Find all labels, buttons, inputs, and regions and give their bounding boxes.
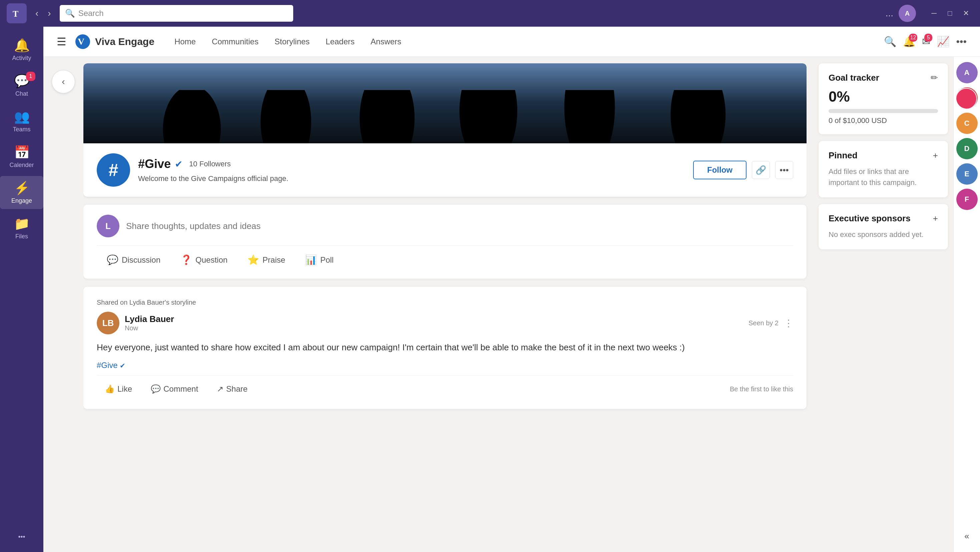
sidebar-item-label: Calender [10, 162, 34, 169]
pinned-title: Pinned [829, 150, 933, 161]
exec-sponsors-add-button[interactable]: + [933, 213, 938, 224]
far-right-avatar-4[interactable]: D [956, 138, 978, 159]
collapse-panel-area: « [964, 526, 969, 547]
topnav-more-button[interactable]: ••• [956, 36, 967, 48]
search-bar[interactable]: 🔍 Search [60, 5, 293, 22]
banner-silhouette [83, 90, 807, 143]
goal-amount: 0 of $10,000 USD [829, 116, 938, 125]
community-avatar-char: # [109, 160, 118, 180]
sidebar: 🔔 Activity 💬 Chat 1 👥 Teams 📅 Calender ⚡… [0, 27, 43, 552]
first-like-text: Be the first to like this [730, 385, 793, 393]
pinned-widget: Pinned + Add files or links that are imp… [819, 141, 948, 197]
svg-text:T: T [13, 9, 18, 19]
brand-name: Viva Engage [95, 36, 154, 48]
back-button[interactable]: ‹ [52, 70, 75, 94]
titlebar-more-button[interactable]: ... [886, 8, 893, 19]
sidebar-item-teams[interactable]: 👥 Teams [0, 105, 43, 138]
composer-avatar: L [97, 215, 119, 237]
hashtag-verified-icon: ✔ [120, 362, 126, 370]
post-author-row: LB Lydia Bauer Now Seen by 2 ⋮ [97, 312, 793, 334]
far-right-avatar-3[interactable]: C [956, 113, 978, 134]
topnav-link-answers[interactable]: Answers [364, 34, 408, 50]
share-button[interactable]: ↗ Share [209, 381, 256, 397]
composer-tab-question[interactable]: ❓ Question [170, 251, 237, 269]
titlebar: T ‹ › 🔍 Search ... A ─ □ ✕ [0, 0, 980, 27]
sidebar-item-label: Teams [13, 126, 30, 133]
follow-button[interactable]: Follow [693, 161, 746, 179]
titlebar-actions: ... A ─ □ ✕ [886, 5, 973, 22]
topnav-search-button[interactable]: 🔍 [884, 36, 896, 48]
post-menu-button[interactable]: ⋮ [784, 318, 793, 329]
minimize-button[interactable]: ─ [927, 6, 941, 21]
sidebar-item-chat[interactable]: 💬 Chat 1 [0, 69, 43, 102]
topnav: ☰ V Viva Engage Home Communities Storyli… [43, 27, 980, 57]
sidebar-item-activity[interactable]: 🔔 Activity [0, 33, 43, 66]
far-right-avatar-5[interactable]: E [956, 163, 978, 185]
sidebar-item-calendar[interactable]: 📅 Calender [0, 140, 43, 173]
goal-tracker-edit-button[interactable]: ✏ [931, 73, 938, 83]
pinned-add-button[interactable]: + [933, 150, 938, 161]
nav-back-button[interactable]: ‹ [32, 6, 42, 21]
brand-logo: V Viva Engage [75, 33, 154, 50]
post-hashtag-row: #Give ✔ [97, 361, 793, 370]
app-icon: T [7, 3, 27, 23]
goal-tracker-title: Goal tracker [829, 73, 931, 83]
composer-tab-poll[interactable]: 📊 Poll [295, 251, 344, 269]
back-btn-col: ‹ [43, 57, 83, 552]
composer-tab-label: Discussion [122, 255, 161, 265]
post-time: Now [125, 324, 743, 332]
sidebar-item-label: Engage [11, 197, 32, 204]
link-button[interactable]: 🔗 [752, 161, 770, 179]
sidebar-item-files[interactable]: 📁 Files [0, 212, 43, 245]
right-sidebar: Goal tracker ✏ 0% 0 of $10,000 USD Pinne… [813, 57, 953, 552]
share-icon: ↗ [217, 384, 223, 394]
more-options-button[interactable]: ••• [775, 161, 793, 179]
like-button[interactable]: 👍 Like [97, 381, 140, 397]
topnav-link-leaders[interactable]: Leaders [319, 34, 361, 50]
composer-tabs: 💬 Discussion ❓ Question ⭐ Praise 📊 [97, 245, 793, 269]
window-controls: ─ □ ✕ [927, 6, 973, 21]
far-right-avatar-2[interactable]: B [956, 87, 978, 109]
exec-sponsors-description: No exec sponsors added yet. [829, 229, 938, 240]
far-right-avatar-6[interactable]: F [956, 189, 978, 210]
content-wrapper: ‹ # #Give ✔ [43, 57, 980, 552]
user-avatar[interactable]: A [899, 5, 916, 22]
collapse-right-panel-button[interactable]: « [964, 531, 969, 541]
far-right-avatar-1[interactable]: A [956, 62, 978, 83]
maximize-button[interactable]: □ [943, 6, 957, 21]
topnav-link-communities[interactable]: Communities [205, 34, 265, 50]
community-name-row: #Give ✔ 10 Followers [138, 157, 685, 171]
topnav-link-storylines[interactable]: Storylines [268, 34, 316, 50]
topnav-links: Home Communities Storylines Leaders Answ… [168, 34, 408, 50]
close-button[interactable]: ✕ [959, 6, 973, 21]
topnav-trend-button[interactable]: 📈 [937, 36, 949, 48]
composer-tab-label: Poll [320, 255, 334, 265]
post-hashtag[interactable]: #Give [97, 361, 118, 370]
composer-card: L 💬 Discussion ❓ Question ⭐ [83, 205, 807, 279]
progress-bar [829, 109, 938, 113]
post-author-avatar: LB [97, 312, 119, 334]
discussion-icon: 💬 [107, 254, 118, 265]
composer-tab-label: Praise [262, 255, 285, 265]
community-actions: Follow 🔗 ••• [693, 161, 793, 179]
topnav-link-home[interactable]: Home [168, 34, 202, 50]
post-author-name: Lydia Bauer [125, 314, 743, 324]
post-meta: Seen by 2 ⋮ [749, 318, 793, 329]
community-avatar: # [97, 153, 130, 187]
comment-icon: 💬 [151, 384, 161, 394]
teams-icon: 👥 [14, 109, 30, 124]
svg-text:V: V [78, 36, 84, 47]
far-right-panel: A B C D E F [953, 57, 980, 552]
comment-button[interactable]: 💬 Comment [143, 381, 206, 397]
post-actions: 👍 Like 💬 Comment ↗ Share Be the first [97, 375, 793, 397]
nav-forward-button[interactable]: › [45, 6, 54, 21]
composer-input[interactable] [126, 221, 793, 232]
composer-tab-discussion[interactable]: 💬 Discussion [97, 251, 170, 269]
pinned-header: Pinned + [829, 150, 938, 161]
sidebar-item-more[interactable]: ••• [18, 528, 25, 545]
sidebar-item-engage[interactable]: ⚡ Engage [0, 176, 43, 209]
hamburger-button[interactable]: ☰ [57, 35, 66, 48]
composer-tab-praise[interactable]: ⭐ Praise [237, 251, 295, 269]
post-author-info: Lydia Bauer Now [125, 314, 743, 332]
chat-badge: 1 [26, 72, 35, 81]
